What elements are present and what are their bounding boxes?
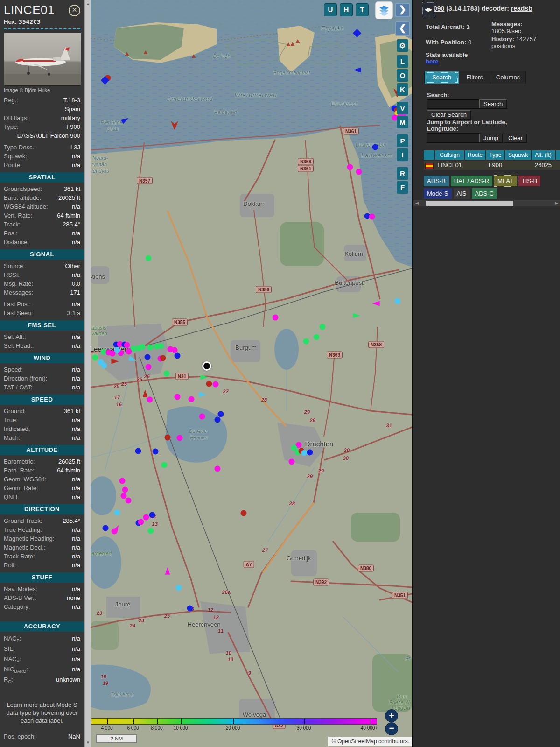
scroll-right-icon[interactable]: ▶	[555, 200, 558, 206]
aircraft-history-dot[interactable]	[206, 381, 212, 387]
aircraft-history-dot[interactable]	[161, 462, 168, 468]
attribution-text[interactable]: © OpenStreetMap contributors.	[332, 738, 409, 745]
aircraft-history-dot[interactable]	[153, 449, 159, 455]
panel-horizontal-scrollbar[interactable]: ◀ ▶	[413, 200, 560, 206]
aircraft-history-dot[interactable]	[101, 363, 107, 369]
jump-button[interactable]: Jump	[479, 134, 503, 142]
aircraft-history-dot[interactable]	[273, 315, 279, 321]
aircraft-history-dot[interactable]	[303, 338, 309, 345]
aircraft-history-dot[interactable]	[372, 144, 378, 150]
zoom-out-button[interactable]: −	[385, 722, 398, 735]
aircraft-history-dot[interactable]	[189, 396, 195, 402]
aircraft-history-dot[interactable]	[146, 364, 152, 370]
aircraft-history-dot[interactable]	[215, 417, 221, 423]
panel-expand-button[interactable]: ❯	[395, 3, 410, 17]
aircraft-history-dot[interactable]	[126, 498, 132, 504]
source-badge-uat-ads-r[interactable]: UAT / ADS-R	[451, 176, 492, 186]
aircraft-history-dot[interactable]	[215, 466, 221, 472]
map-button-H[interactable]: H	[340, 4, 352, 16]
close-icon[interactable]: ✕	[69, 5, 80, 16]
aircraft-history-dot[interactable]	[187, 606, 193, 612]
settings-button[interactable]: ⚙	[397, 39, 408, 52]
callsign-link[interactable]: LINCE01	[437, 162, 462, 169]
aircraft-history-dot[interactable]	[395, 298, 401, 304]
aircraft-history-dot[interactable]	[124, 342, 130, 348]
table-cell[interactable]: LINCE01	[435, 161, 464, 170]
aircraft-history-dot[interactable]	[135, 448, 141, 454]
clear-search-button[interactable]: Clear Search	[427, 110, 471, 119]
aircraft-history-dot[interactable]	[175, 353, 181, 359]
zoom-in-button[interactable]: +	[385, 709, 398, 722]
aircraft-history-dot[interactable]	[218, 411, 224, 417]
aircraft-history-dot[interactable]	[176, 585, 182, 591]
map-canvas[interactable]: FryslânDe HônEngelsmanplaatWierumerwadAm…	[91, 0, 412, 747]
search-input[interactable]	[427, 99, 480, 109]
tab-columns[interactable]: Columns	[490, 71, 526, 84]
source-badge-ads-b[interactable]: ADS-B	[424, 176, 449, 186]
jump-input[interactable]	[427, 133, 480, 143]
map-button-P[interactable]: P	[397, 134, 408, 147]
aircraft-history-dot[interactable]	[301, 450, 308, 456]
readsb-link[interactable]: readsb	[511, 5, 532, 12]
map-button-F[interactable]: F	[397, 181, 408, 194]
aircraft-history-dot[interactable]	[122, 487, 128, 493]
aircraft-history-dot[interactable]	[307, 450, 313, 456]
aircraft-history-dot[interactable]	[149, 512, 155, 518]
source-badge-mode-s[interactable]: Mode-S	[424, 188, 452, 199]
map-button-V[interactable]: V	[397, 102, 408, 114]
table-row[interactable]: LINCE01F90026025	[424, 161, 560, 170]
aircraft-history-dot[interactable]	[320, 324, 326, 330]
sidebar-scrollbar[interactable]: ▲ ▼	[84, 0, 91, 747]
source-badge-ais[interactable]: AIS	[454, 188, 470, 199]
aircraft-history-dot[interactable]	[289, 459, 295, 465]
jump-clear-button[interactable]: Clear	[504, 134, 527, 142]
aircraft-history-dot[interactable]	[143, 514, 149, 521]
aircraft-history-dot[interactable]	[92, 355, 98, 361]
aircraft-history-dot[interactable]	[140, 344, 146, 350]
map-button-U[interactable]: U	[324, 4, 336, 16]
aircraft-history-dot[interactable]	[146, 255, 152, 261]
aircraft-history-dot[interactable]	[147, 397, 153, 403]
tab-filters[interactable]: Filters	[459, 71, 490, 84]
layers-button[interactable]	[375, 1, 393, 19]
search-button[interactable]: Search	[479, 99, 507, 108]
aircraft-history-dot[interactable]	[138, 519, 144, 525]
aircraft-history-dot[interactable]	[145, 354, 151, 360]
map-button-R[interactable]: R	[397, 167, 408, 180]
aircraft-history-dot[interactable]	[148, 528, 154, 534]
aircraft-history-dot[interactable]	[158, 343, 164, 349]
aircraft-history-dot[interactable]	[164, 371, 170, 377]
column-header[interactable]	[424, 150, 434, 160]
panel-collapse-button[interactable]: ❮	[395, 21, 410, 36]
source-badge-mlat[interactable]: MLAT	[494, 176, 517, 186]
scroll-left-icon[interactable]: ◀	[415, 200, 419, 206]
column-header[interactable]: Callsign	[435, 150, 464, 160]
map-button-T[interactable]: T	[356, 4, 368, 16]
aircraft-history-dot[interactable]	[356, 169, 362, 175]
info-value[interactable]: T.18-3	[18, 96, 80, 105]
column-header[interactable]: Alt. (ft)	[532, 150, 555, 160]
aircraft-history-dot[interactable]	[165, 435, 171, 441]
aircraft-history-dot[interactable]	[175, 394, 181, 400]
aircraft-history-dot[interactable]	[147, 345, 154, 351]
aircraft-history-dot[interactable]	[126, 349, 132, 355]
aircraft-history-dot[interactable]	[114, 347, 120, 353]
aircraft-history-dot[interactable]	[369, 214, 375, 220]
panel-toggle-button[interactable]: ◀▶	[422, 2, 434, 16]
aircraft-history-dot[interactable]	[103, 525, 109, 531]
aircraft-history-dot[interactable]	[177, 435, 183, 441]
aircraft-history-dot[interactable]	[160, 355, 166, 361]
map-button-K[interactable]: K	[397, 83, 408, 96]
column-header[interactable]: Spd.	[556, 150, 560, 160]
stats-here-link[interactable]: here	[426, 58, 438, 65]
aircraft-history-dot[interactable]	[114, 510, 120, 516]
tab-search[interactable]: Search	[424, 71, 459, 84]
aircraft-history-dot[interactable]	[347, 164, 353, 170]
column-header[interactable]: Type	[486, 150, 504, 160]
source-badge-ads-c[interactable]: ADS-C	[472, 188, 497, 199]
aircraft-history-dot[interactable]	[199, 414, 205, 420]
selected-aircraft-marker[interactable]	[202, 361, 211, 371]
map-button-O[interactable]: O	[397, 69, 408, 82]
map-button-L[interactable]: L	[397, 55, 408, 68]
aircraft-history-dot[interactable]	[213, 381, 219, 388]
